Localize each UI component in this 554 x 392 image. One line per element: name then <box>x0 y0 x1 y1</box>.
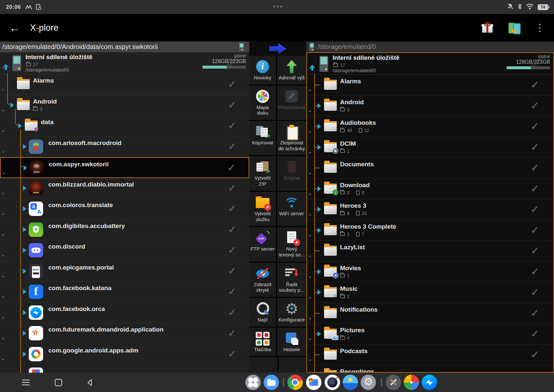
row-checkmark[interactable]: ✓ <box>531 266 539 277</box>
storage-root-row[interactable]: Interní sdílené úložiště 17 /storage/emu… <box>307 53 553 75</box>
row-checkmark[interactable]: ✓ <box>531 349 539 360</box>
back-arrow-icon[interactable]: ← <box>9 22 20 33</box>
toolbar-button-buttons[interactable]: Tlačítka <box>249 328 276 356</box>
nav-menu-button[interactable] <box>19 376 33 389</box>
row-checkmark[interactable]: ✓ <box>531 141 539 153</box>
expand-arrow-icon[interactable] <box>23 248 26 253</box>
toolbar-button-search[interactable]: Najít <box>249 298 276 327</box>
toolbar-button-new-text[interactable]: Nový textový so... <box>277 227 306 261</box>
row-checkmark[interactable]: ✓ <box>531 162 539 173</box>
file-row-Pictures[interactable]: Pictures4✓ <box>307 324 553 345</box>
file-row-data[interactable]: data✓ <box>0 116 249 137</box>
row-checkmark[interactable]: ✓ <box>228 348 236 360</box>
toolbar-button-copy[interactable]: Kopírovat <box>249 121 276 155</box>
file-row-partial[interactable] <box>0 365 249 373</box>
row-checkmark[interactable]: ✓ <box>228 78 236 90</box>
file-row-Podcasts[interactable]: Podcasts✓ <box>307 345 553 366</box>
row-checkmark[interactable]: ✓ <box>227 162 236 173</box>
dock-toolbox-icon[interactable] <box>386 375 401 390</box>
toolbar-button-up-arrow[interactable]: Adresář výš <box>277 56 306 85</box>
expand-arrow-icon[interactable] <box>23 351 26 357</box>
expand-arrow-icon[interactable] <box>23 289 26 294</box>
file-row-Alarms[interactable]: Alarms✓ <box>0 74 249 95</box>
toolbar-button-ftp[interactable]: FTP server <box>249 227 276 261</box>
dock-gallery-icon[interactable] <box>306 375 321 390</box>
file-row-com.futuremark.dmandroid.application[interactable]: com.futuremark.dmandroid.application✓ <box>0 323 249 344</box>
toolbar-button-show-hidden[interactable]: Zobrazit skryté <box>249 263 276 297</box>
row-checkmark[interactable]: ✓ <box>531 245 539 256</box>
file-row-com.arlosoft.macrodroid[interactable]: com.arlosoft.macrodroid✓ <box>0 137 249 157</box>
file-row-com.discord[interactable]: com.discord✓ <box>0 240 249 261</box>
expand-arrow-icon[interactable] <box>23 331 26 336</box>
overflow-menu-icon[interactable]: ⋮ <box>535 23 545 33</box>
dock-settings-icon[interactable] <box>361 375 376 390</box>
row-checkmark[interactable]: ✓ <box>531 328 539 339</box>
row-checkmark[interactable]: ✓ <box>531 183 539 194</box>
file-row-Alarms[interactable]: Alarms✓ <box>307 75 553 96</box>
file-row-com.facebook.katana[interactable]: com.facebook.katana✓ <box>0 282 249 302</box>
file-row-com.blizzard.diablo.immortal[interactable]: com.blizzard.diablo.immortal✓ <box>0 178 249 199</box>
row-checkmark[interactable]: ✓ <box>531 286 539 298</box>
expand-arrow-icon[interactable] <box>318 331 321 336</box>
row-checkmark[interactable]: ✓ <box>228 244 236 256</box>
row-checkmark[interactable]: ✓ <box>531 224 539 236</box>
file-row-Heroes 3 Complete[interactable]: Heroes 3 Complete27✓ <box>307 220 553 241</box>
toolbar-button-zip[interactable]: Vytvořit ZIP <box>249 156 276 190</box>
nav-back-button[interactable] <box>83 376 97 389</box>
dock-weather-icon[interactable] <box>343 375 358 390</box>
expand-arrow-icon[interactable] <box>318 124 321 129</box>
expand-arrow-icon[interactable] <box>318 228 321 233</box>
file-row-com.aspyr.swkotorii[interactable]: com.aspyr.swkotorii✓ <box>0 157 249 178</box>
expand-arrow-icon[interactable] <box>10 103 14 108</box>
toolbar-button-history[interactable]: Historie <box>277 328 306 356</box>
expand-arrow-icon[interactable] <box>23 144 26 149</box>
expand-arrow-icon[interactable] <box>23 269 26 274</box>
gift-icon[interactable] <box>481 22 493 33</box>
file-row-LazyList[interactable]: LazyList✓ <box>307 241 553 262</box>
expand-arrow-icon[interactable] <box>23 227 26 232</box>
toolbar-button-wifi[interactable]: WiFi server <box>277 192 306 226</box>
row-checkmark[interactable]: ✓ <box>531 100 539 111</box>
left-path-bar[interactable]: /storage/emulated/0/Android/data/com.asp… <box>0 41 249 52</box>
toolbar-button-info[interactable]: Novinky <box>249 56 276 85</box>
expand-arrow-icon[interactable] <box>23 310 26 315</box>
expand-arrow-icon[interactable] <box>318 290 321 295</box>
file-row-com.coloros.translate[interactable]: com.coloros.translate✓ <box>0 199 249 220</box>
expand-arrow-icon[interactable] <box>24 165 27 171</box>
expand-arrow-icon[interactable] <box>18 123 22 128</box>
pane-transfer-icon[interactable] <box>508 22 521 34</box>
dock-camera-icon[interactable] <box>325 375 340 390</box>
file-row-Download[interactable]: Download33✓ <box>307 179 553 200</box>
row-checkmark[interactable]: ✓ <box>228 99 236 111</box>
row-checkmark[interactable]: ✓ <box>228 182 236 194</box>
file-row-Android[interactable]: Android3✓ <box>0 95 249 116</box>
toolbar-button-sort[interactable]: Řadit soubory p... <box>277 263 306 297</box>
expand-arrow-icon[interactable] <box>318 186 321 191</box>
row-checkmark[interactable]: ✓ <box>228 141 236 152</box>
file-row-com.epicgames.portal[interactable]: com.epicgames.portal✓ <box>0 261 249 282</box>
row-checkmark[interactable]: ✓ <box>228 327 236 339</box>
dock-google-photos-icon[interactable] <box>404 375 419 390</box>
nav-recents-button[interactable] <box>52 376 65 389</box>
toolbar-button-clipboard[interactable]: Zkopírovat do schránky <box>277 121 306 155</box>
row-checkmark[interactable]: ✓ <box>228 286 236 297</box>
dock-files-icon[interactable] <box>264 375 279 390</box>
dock-chrome-icon[interactable] <box>287 375 303 390</box>
row-checkmark[interactable]: ✓ <box>228 120 236 131</box>
toolbar-button-rename[interactable]: Přejmenovat <box>277 86 306 120</box>
dock-messenger-icon[interactable] <box>422 375 437 390</box>
row-checkmark[interactable]: ✓ <box>531 204 539 215</box>
row-checkmark[interactable]: ✓ <box>228 203 236 214</box>
toolbar-button-disk-map[interactable]: Mapa disku <box>249 86 276 120</box>
expand-arrow-icon[interactable] <box>318 145 321 150</box>
copy-direction-button[interactable] <box>249 41 306 56</box>
row-checkmark[interactable]: ✓ <box>531 79 539 90</box>
row-checkmark[interactable]: ✓ <box>228 265 236 277</box>
expand-arrow-icon[interactable] <box>318 207 321 212</box>
file-row-DCIM[interactable]: DCIM1✓ <box>307 137 553 158</box>
file-row-Documents[interactable]: Documents✓ <box>307 158 553 179</box>
file-row-com.google.android.apps.adm[interactable]: com.google.android.apps.adm✓ <box>0 344 249 365</box>
toolbar-button-new-folder[interactable]: Vytvořit složku <box>249 192 276 226</box>
file-row-com.digibites.accubattery[interactable]: com.digibites.accubattery✓ <box>0 220 249 240</box>
toolbar-button-trash[interactable]: Smazat <box>277 156 306 190</box>
